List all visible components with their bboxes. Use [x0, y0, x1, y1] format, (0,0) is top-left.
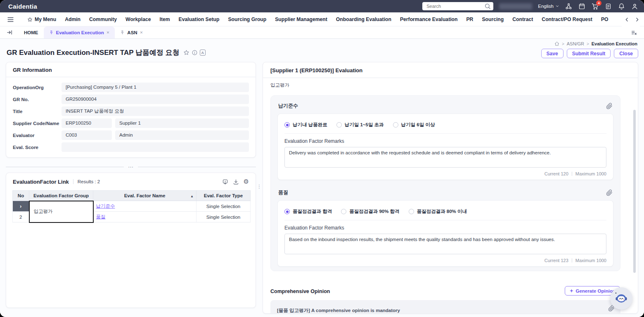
attachment-paperclip-icon[interactable] [606, 103, 613, 109]
close-all-tabs-icon[interactable] [631, 29, 637, 36]
field-evaluator: Evaluator C003 Admin [13, 130, 249, 140]
evaluation-factor-link-card: EvaluationFactor Link Results : 2 No Eva… [6, 173, 256, 308]
chatbot-button[interactable] [610, 287, 632, 310]
menu-item-community[interactable]: Community [89, 17, 117, 22]
attachment-paperclip-icon[interactable] [606, 189, 613, 196]
info-icon[interactable] [192, 50, 198, 56]
radio-icon [284, 209, 290, 214]
close-button[interactable]: Close [614, 49, 638, 58]
download-icon[interactable] [233, 179, 239, 185]
close-tab-icon[interactable] [140, 31, 143, 35]
menu-item-admin[interactable]: Admin [65, 17, 80, 22]
search-icon[interactable] [484, 3, 491, 9]
col-no[interactable]: No [13, 191, 29, 201]
breadcrumb-item[interactable]: ASN/GR [567, 41, 584, 46]
max-count: Maximum 1000 [575, 258, 606, 263]
comprehensive-opinion-box[interactable]: [물품 입고평가] A comprehensive opinion is man… [270, 300, 620, 314]
current-count: Current 120 [545, 171, 568, 176]
radio-option[interactable]: 납기일 6일 이상 [393, 122, 435, 128]
menu-item-onboarding-evaluation[interactable]: Onboarding Evaluation [336, 17, 391, 22]
vertical-splitter[interactable] [257, 182, 262, 190]
menu-item-po[interactable]: PO [601, 17, 608, 22]
menu-item-contract-po-request[interactable]: Contract/PO Request [542, 17, 592, 22]
menu-item-workplace[interactable]: Workplace [125, 17, 151, 22]
factor-link[interactable]: 품질 [96, 214, 106, 219]
tab-home[interactable]: HOME [19, 26, 44, 38]
menu-prev-icon[interactable] [624, 17, 630, 22]
title-value: INSERT TAP 납품예정 요청 [62, 106, 249, 116]
pin-icon [49, 30, 54, 35]
factor-group-cell[interactable]: 입고평가 [29, 201, 93, 222]
menu-item-contract[interactable]: Contract [512, 17, 533, 22]
radio-option[interactable]: 품질점검결과 80% 이내 [409, 208, 467, 215]
menu-item-sourcing-group[interactable]: Sourcing Group [228, 17, 266, 22]
remarks-label: Evaluation Factor Remarks [284, 225, 606, 231]
top-bar: Caidentia English 4 [0, 0, 644, 12]
menu-item-my-menu[interactable]: My Menu [27, 17, 56, 22]
remarks-textarea[interactable]: Based on the inbound inspection results,… [284, 234, 606, 254]
sparkle-icon [569, 289, 574, 293]
memo-icon[interactable]: A [200, 50, 206, 56]
supplier-code-value: ERP100250 [62, 118, 112, 128]
search-input[interactable] [426, 3, 484, 9]
factor-link[interactable]: 납기준수 [96, 203, 115, 208]
supplier-evaluation-card: [Supplier 1 (ERP100250)] Evaluation 입고평가… [263, 62, 638, 314]
submit-result-button[interactable]: Submit Result [567, 49, 611, 58]
gr-information-title: GR Information [13, 67, 52, 73]
language-selector[interactable]: English [538, 4, 559, 9]
document-icon[interactable] [605, 3, 612, 10]
menu-item-pr[interactable]: PR [466, 17, 473, 22]
scrollbar-thumb[interactable] [633, 110, 636, 273]
factor-options: 납기내 납품완료 납기일 1~5일 초과 납기일 6일 이상 [284, 122, 606, 128]
factor-options: 품질점검결과 합격 품질점검결과 90% 합격 품질점검결과 80% 이내 [284, 208, 606, 215]
menu-item-sourcing[interactable]: Sourcing [482, 17, 504, 22]
menu-item-performance-evaluation[interactable]: Performance Evaluation [400, 17, 458, 22]
horizontal-splitter[interactable] [6, 164, 256, 170]
tab-evaluation-execution[interactable]: Evaluation Execution [44, 26, 115, 38]
menu-item-item[interactable]: Item [160, 17, 170, 22]
save-button[interactable]: Save [541, 49, 564, 58]
table-row[interactable]: › 입고평가 납기준수 Single Selection [13, 201, 251, 212]
radio-option[interactable]: 납기내 납품완료 [284, 122, 327, 128]
col-factor-name[interactable]: Eval. Factor Name [93, 191, 197, 201]
profile-icon[interactable] [631, 3, 638, 10]
menu-next-icon[interactable] [635, 17, 640, 22]
menu-item-evaluation-setup[interactable]: Evaluation Setup [179, 17, 220, 22]
org-network-icon[interactable] [565, 3, 572, 10]
current-count: Current 123 [545, 258, 568, 263]
hamburger-menu-icon[interactable] [7, 16, 14, 24]
grid-settings-icon[interactable] [244, 178, 249, 185]
pin-icon [120, 30, 125, 35]
home-icon[interactable] [554, 41, 559, 46]
field-supplier: Supplier Code/Name ERP100250 Supplier 1 [13, 118, 249, 128]
factor-type-cell: Single Selection [197, 201, 251, 212]
comprehensive-opinion-label: Comprehensive Opinion [270, 289, 330, 294]
user-name-redacted [499, 3, 532, 9]
radio-option[interactable]: 품질점검결과 합격 [284, 208, 332, 215]
max-count: Maximum 1000 [575, 171, 606, 176]
menu-item-supplier-management[interactable]: Supplier Management [275, 17, 327, 22]
gr-information-card: GR Information OperationOrg [Purchasing]… [6, 62, 256, 158]
factor-link-table: No Evaluation Factor Group Eval. Factor … [12, 190, 251, 223]
results-count: Results : 2 [73, 179, 100, 184]
field-title: Title INSERT TAP 납품예정 요청 [13, 106, 249, 116]
tab-asn[interactable]: ASN [115, 26, 148, 38]
sort-asc-icon[interactable] [190, 193, 194, 198]
opinion-placeholder: [물품 입고평가] A comprehensive opinion is man… [277, 308, 400, 314]
expand-sidebar-icon[interactable] [7, 29, 13, 35]
factor-name: 납기준수 [278, 102, 298, 109]
char-counter: Current 123 Maximum 1000 [284, 258, 606, 263]
radio-option[interactable]: 품질점검결과 90% 합격 [341, 208, 399, 215]
radio-option[interactable]: 납기일 1~5일 초과 [336, 122, 384, 128]
calendar-icon[interactable] [578, 3, 585, 10]
favorite-star-icon[interactable] [183, 50, 189, 56]
col-factor-type[interactable]: Eval. Factor Type [197, 191, 251, 201]
notification-bell-icon[interactable] [618, 3, 625, 10]
cart-button[interactable]: 4 [592, 3, 599, 10]
col-factor-group[interactable]: Evaluation Factor Group [29, 191, 93, 201]
global-search[interactable] [422, 2, 493, 10]
tooltip-icon[interactable] [222, 179, 228, 185]
close-tab-icon[interactable] [107, 31, 110, 35]
remarks-textarea[interactable]: Delivery was completed in accordance wit… [284, 147, 606, 168]
eval-score-value [62, 142, 249, 152]
